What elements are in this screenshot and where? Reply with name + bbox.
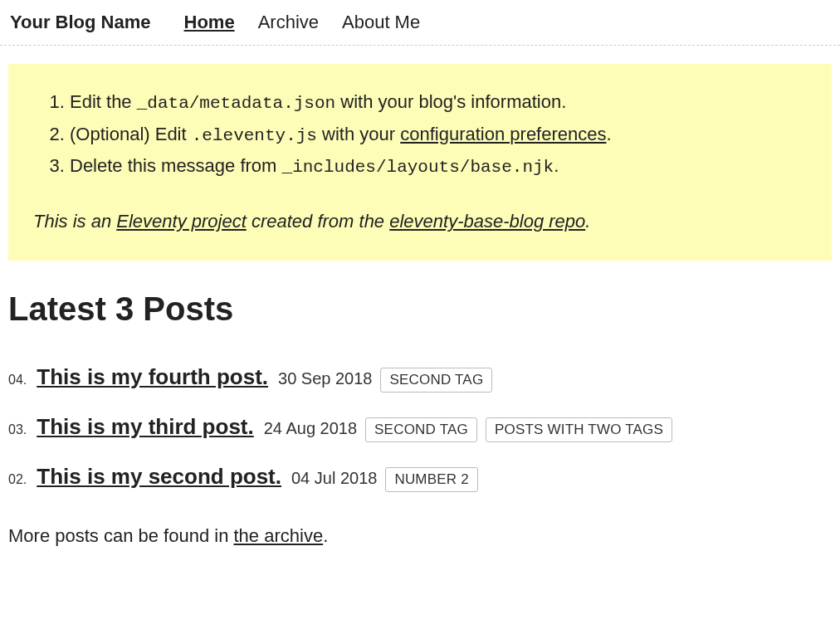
- tag-link[interactable]: NUMBER 2: [385, 467, 477, 492]
- post-title-link[interactable]: This is my third post.: [37, 414, 253, 440]
- archive-link[interactable]: the archive: [234, 525, 324, 546]
- site-brand: Your Blog Name: [10, 12, 151, 33]
- post-item: 03. This is my third post. 24 Aug 2018 S…: [8, 414, 832, 442]
- text: More posts can be found in: [8, 525, 234, 546]
- nav-home[interactable]: Home: [184, 12, 235, 33]
- tag-link[interactable]: SECOND TAG: [380, 368, 492, 393]
- config-preferences-link[interactable]: configuration preferences: [400, 124, 606, 144]
- eleventy-project-link[interactable]: Eleventy project: [116, 211, 247, 232]
- setup-step-1: Edit the _data/metadata.json with your b…: [70, 87, 807, 118]
- text: .: [554, 155, 559, 176]
- notice-footer: This is an Eleventy project created from…: [33, 207, 807, 236]
- post-item: 04. This is my fourth post. 30 Sep 2018 …: [8, 364, 832, 393]
- main-nav: Home Archive About Me: [184, 12, 421, 33]
- nav-archive[interactable]: Archive: [258, 12, 319, 33]
- post-list: 04. This is my fourth post. 30 Sep 2018 …: [8, 364, 832, 492]
- setup-step-2: (Optional) Edit .eleventy.js with your c…: [70, 119, 807, 150]
- post-number: 02.: [8, 472, 27, 487]
- code-path: _data/metadata.json: [137, 94, 335, 113]
- setup-step-3: Delete this message from _includes/layou…: [70, 151, 807, 182]
- site-header: Your Blog Name Home Archive About Me: [0, 0, 840, 46]
- post-item: 02. This is my second post. 04 Jul 2018 …: [8, 464, 832, 492]
- post-number: 03.: [8, 422, 27, 437]
- nav-about[interactable]: About Me: [342, 12, 420, 33]
- post-date: 30 Sep 2018: [278, 369, 372, 388]
- setup-steps: Edit the _data/metadata.json with your b…: [33, 87, 807, 182]
- text: .: [607, 124, 612, 144]
- text: .: [323, 525, 328, 546]
- text: Delete this message from: [70, 155, 282, 176]
- base-blog-repo-link[interactable]: eleventy-base-blog repo: [389, 211, 585, 232]
- code-path: _includes/layouts/base.njk: [282, 158, 554, 177]
- setup-notice: Edit the _data/metadata.json with your b…: [8, 64, 832, 261]
- post-number: 04.: [8, 373, 27, 388]
- tag-link[interactable]: POSTS WITH TWO TAGS: [486, 417, 672, 442]
- tag-link[interactable]: SECOND TAG: [365, 417, 477, 442]
- code-path: .eleventy.js: [192, 126, 317, 145]
- post-title-link[interactable]: This is my second post.: [37, 464, 281, 490]
- text: created from the: [247, 211, 389, 232]
- more-posts: More posts can be found in the archive.: [8, 525, 832, 547]
- text: with your: [317, 124, 400, 144]
- text: This is an: [33, 211, 116, 232]
- text: Edit the: [70, 91, 137, 112]
- post-title-link[interactable]: This is my fourth post.: [37, 364, 268, 390]
- main-content: Latest 3 Posts 04. This is my fourth pos…: [0, 290, 840, 547]
- text: .: [585, 211, 590, 232]
- section-title: Latest 3 Posts: [8, 290, 832, 328]
- post-date: 24 Aug 2018: [264, 419, 357, 438]
- text: with your blog's information.: [335, 91, 566, 112]
- text: (Optional) Edit: [70, 124, 192, 144]
- post-date: 04 Jul 2018: [291, 469, 377, 488]
